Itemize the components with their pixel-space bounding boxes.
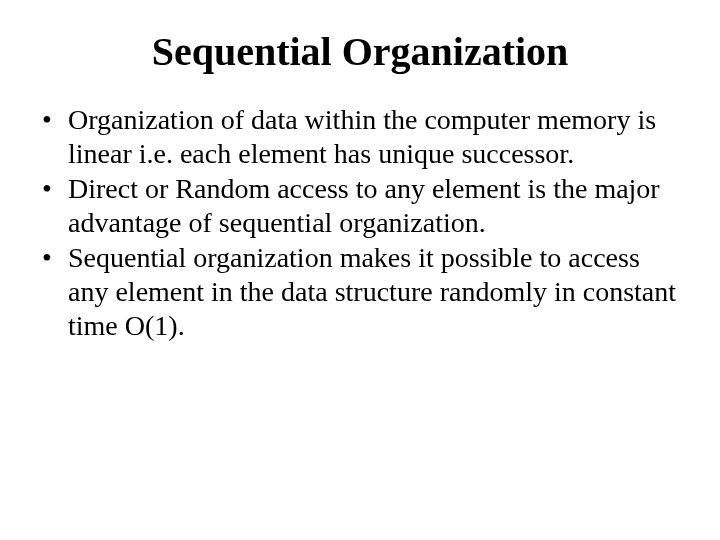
bullet-text: Sequential organization makes it possibl… (68, 241, 680, 342)
list-item: • Direct or Random access to any element… (40, 172, 680, 239)
list-item: • Organization of data within the comput… (40, 103, 680, 170)
bullet-icon: • (40, 103, 68, 137)
bullet-text: Organization of data within the computer… (68, 103, 680, 170)
slide-title: Sequential Organization (40, 28, 680, 75)
bullet-text: Direct or Random access to any element i… (68, 172, 680, 239)
bullet-list: • Organization of data within the comput… (40, 103, 680, 342)
bullet-icon: • (40, 172, 68, 206)
list-item: • Sequential organization makes it possi… (40, 241, 680, 342)
bullet-icon: • (40, 241, 68, 275)
